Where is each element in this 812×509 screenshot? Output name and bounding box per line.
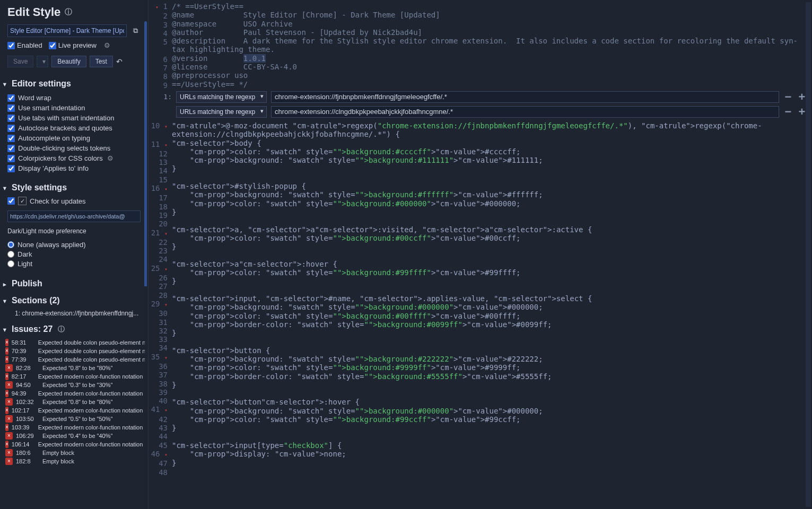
- editor-option[interactable]: Colorpickers for CSS colors⚙: [7, 154, 144, 162]
- issue-row[interactable]: ×102:32Expected "0.8" to be "80%": [3, 398, 145, 406]
- editor-option[interactable]: Use tabs with smart indentation: [7, 114, 144, 122]
- style-name-input[interactable]: [7, 24, 127, 37]
- issue-row[interactable]: ×94:39Expected modern color-function not…: [3, 389, 145, 398]
- sections-heading[interactable]: Sections (2): [0, 291, 148, 308]
- editor-option[interactable]: Double-clicking selects tokens: [7, 144, 144, 152]
- issue-row[interactable]: ×182:8Empty block: [3, 457, 145, 466]
- gear-icon[interactable]: ⚙: [104, 41, 110, 49]
- section-item[interactable]: 1: chrome-extension://fjnbnpbmkenffdnngj…: [7, 308, 148, 319]
- issue-row[interactable]: ×70:39Expected double colon pseudo-eleme…: [3, 347, 145, 355]
- applies-to-type-select[interactable]: URLs matching the regexp: [176, 91, 267, 103]
- remove-row-icon[interactable]: −: [783, 92, 793, 102]
- info-icon[interactable]: ⓘ: [65, 7, 72, 17]
- error-icon: ×: [5, 339, 8, 346]
- editor-option[interactable]: Autocomplete on typing: [7, 134, 144, 142]
- error-icon: ×: [5, 458, 13, 465]
- applies-to-row: URLs matching the regexp−+: [149, 104, 812, 119]
- issue-row[interactable]: ×106:14Expected modern color-function no…: [3, 440, 145, 449]
- applies-to-type-select[interactable]: URLs matching the regexp: [176, 106, 267, 118]
- error-icon: ×: [5, 347, 8, 355]
- applies-to-value-input[interactable]: [271, 106, 779, 118]
- issue-row[interactable]: ×58:31Expected double colon pseudo-eleme…: [3, 338, 145, 347]
- main-code-block[interactable]: 10 ▾ 11 ▾1213141516 ▾1718192021 ▾2223242…: [149, 119, 812, 509]
- undo-icon[interactable]: ↶: [116, 57, 123, 66]
- info-icon[interactable]: ⓘ: [58, 324, 65, 334]
- issues-heading[interactable]: Issues: 27 ⓘ: [0, 319, 148, 336]
- editor-main: ▾ 12345 6789 /* ==UserStyle==@name Style…: [149, 0, 812, 509]
- error-icon: ×: [5, 364, 13, 372]
- error-icon: ×: [5, 424, 8, 431]
- beautify-button[interactable]: Beautify: [51, 56, 86, 67]
- error-icon: ×: [5, 398, 13, 406]
- page-title: Edit Style ⓘ: [0, 0, 148, 22]
- error-icon: ×: [5, 441, 8, 448]
- editor-option[interactable]: Use smart indentation: [7, 104, 144, 112]
- issue-row[interactable]: ×102:17Expected modern color-function no…: [3, 406, 145, 415]
- error-icon: ×: [5, 407, 8, 414]
- mode-option[interactable]: Light: [7, 260, 141, 268]
- editor-option[interactable]: Display 'Applies to' info: [7, 164, 144, 172]
- scrollbar[interactable]: [144, 21, 147, 504]
- external-link-icon[interactable]: ⧉: [130, 25, 141, 36]
- mode-label: Dark/Light mode preference: [0, 225, 148, 237]
- editor-option[interactable]: Autoclose brackets and quotes: [7, 124, 144, 132]
- error-icon: ×: [5, 390, 8, 397]
- remove-row-icon[interactable]: −: [783, 107, 793, 117]
- issue-row[interactable]: ×103:39Expected modern color-function no…: [3, 423, 145, 432]
- issue-row[interactable]: ×180:6Empty block: [3, 449, 145, 457]
- error-icon: ×: [5, 432, 13, 440]
- sidebar: Edit Style ⓘ ⧉ Enabled Live preview ⚙ Sa…: [0, 0, 149, 509]
- error-icon: ×: [5, 415, 13, 423]
- applies-to-row: 1:URLs matching the regexp−+: [149, 90, 812, 104]
- applies-to-value-input[interactable]: [271, 91, 779, 103]
- issue-row[interactable]: ×94:50Expected "0.3" to be "30%": [3, 381, 145, 389]
- error-icon: ×: [5, 381, 13, 389]
- test-button[interactable]: Test: [90, 56, 113, 67]
- save-button[interactable]: Save: [7, 56, 33, 67]
- save-dropdown[interactable]: ▾: [37, 56, 48, 67]
- issue-row[interactable]: ×103:50Expected "0.5" to be "50%": [3, 415, 145, 423]
- gear-icon[interactable]: ⚙: [107, 154, 113, 162]
- issue-row[interactable]: ×82:28Expected "0.8" to be "80%": [3, 364, 145, 372]
- editor-option[interactable]: Word wrap: [7, 94, 144, 102]
- style-settings-heading[interactable]: Style settings: [0, 178, 148, 195]
- error-icon: ×: [5, 356, 8, 363]
- update-url-input[interactable]: [7, 210, 141, 222]
- issue-row[interactable]: ×82:17Expected modern color-function not…: [3, 372, 145, 381]
- scrollbar[interactable]: [806, 2, 811, 507]
- enabled-toggle[interactable]: Enabled: [7, 41, 42, 49]
- issue-row[interactable]: ×106:29Expected "0.4" to be "40%": [3, 432, 145, 440]
- top-code-block[interactable]: ▾ 12345 6789 /* ==UserStyle==@name Style…: [149, 0, 812, 90]
- mode-option[interactable]: None (always applied): [7, 241, 141, 249]
- publish-heading[interactable]: Publish: [0, 274, 148, 291]
- mode-option[interactable]: Dark: [7, 250, 141, 258]
- live-preview-toggle[interactable]: Live preview: [49, 41, 97, 49]
- error-icon: ×: [5, 373, 8, 380]
- error-icon: ×: [5, 449, 13, 457]
- check-updates-outer-toggle[interactable]: ✓ Check for updates: [7, 197, 141, 205]
- editor-settings-heading[interactable]: Editor settings: [0, 74, 148, 91]
- issue-row[interactable]: ×77:39Expected double colon pseudo-eleme…: [3, 355, 145, 364]
